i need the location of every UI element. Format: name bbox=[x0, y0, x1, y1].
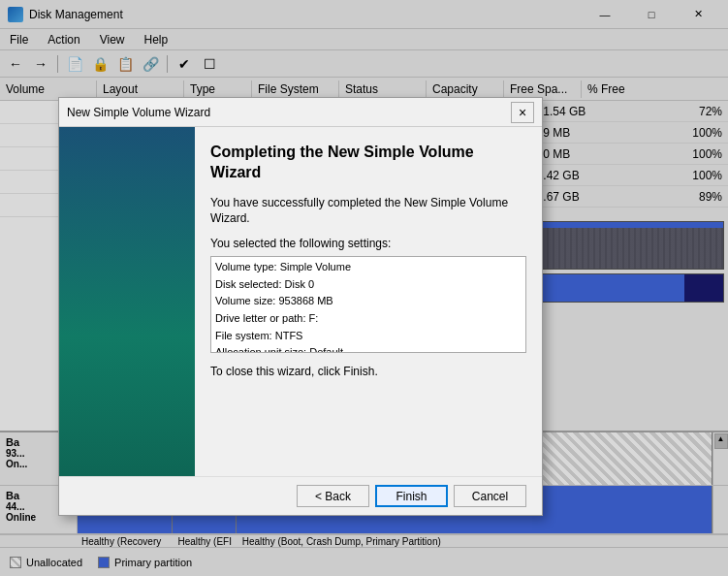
setting-1: Disk selected: Disk 0 bbox=[215, 276, 522, 294]
dialog-title: New Simple Volume Wizard bbox=[67, 106, 511, 119]
setting-2: Volume size: 953868 MB bbox=[215, 293, 522, 310]
wizard-dialog: New Simple Volume Wizard × Completing th… bbox=[58, 97, 543, 516]
dialog-buttons: < Back Finish Cancel bbox=[59, 476, 542, 515]
setting-5: Allocation unit size: Default bbox=[215, 344, 522, 353]
dialog-close-button[interactable]: × bbox=[511, 102, 534, 123]
dialog-sidebar bbox=[59, 127, 195, 476]
setting-4: File system: NTFS bbox=[215, 328, 522, 345]
setting-0: Volume type: Simple Volume bbox=[215, 259, 522, 276]
dialog-desc: You have successfully completed the New … bbox=[210, 195, 526, 228]
dialog-overlay: New Simple Volume Wizard × Completing th… bbox=[0, 0, 728, 576]
dialog-main-content: Completing the New Simple Volume Wizard … bbox=[195, 127, 542, 476]
settings-box[interactable]: Volume type: Simple Volume Disk selected… bbox=[210, 256, 526, 353]
setting-3: Drive letter or path: F: bbox=[215, 310, 522, 328]
dialog-body: Completing the New Simple Volume Wizard … bbox=[59, 127, 542, 476]
cancel-button[interactable]: Cancel bbox=[454, 485, 526, 507]
dialog-finish-note: To close this wizard, click Finish. bbox=[210, 365, 526, 378]
back-button[interactable]: < Back bbox=[297, 485, 369, 507]
finish-button[interactable]: Finish bbox=[375, 485, 448, 507]
dialog-heading: Completing the New Simple Volume Wizard bbox=[210, 143, 526, 183]
dialog-title-bar: New Simple Volume Wizard × bbox=[59, 98, 542, 127]
dialog-settings-label: You selected the following settings: bbox=[210, 237, 526, 250]
